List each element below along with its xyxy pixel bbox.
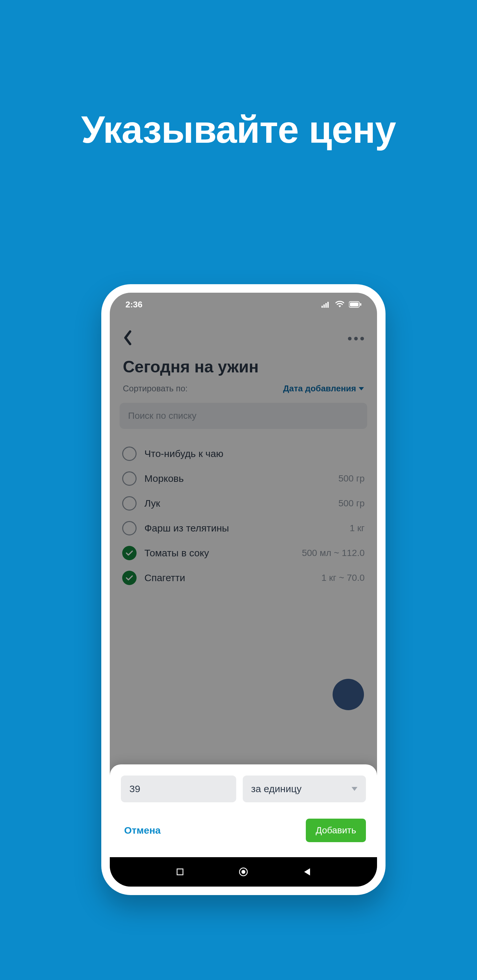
list-item[interactable]: Томаты в соку500 мл ~ 112.0	[119, 541, 367, 565]
sort-row: Сортировать по: Дата добавления	[110, 382, 377, 403]
item-quantity: 1 кг	[350, 523, 365, 533]
svg-rect-6	[350, 302, 358, 306]
item-quantity: 500 мл ~ 112.0	[302, 548, 365, 558]
sort-dropdown[interactable]: Дата добавления	[283, 383, 364, 394]
nav-recent-icon[interactable]	[176, 868, 184, 876]
sort-value-text: Дата добавления	[283, 383, 356, 394]
list-item[interactable]: Фарш из телятины1 кг	[119, 516, 367, 541]
item-name: Морковь	[145, 473, 331, 484]
unit-value: за единицу	[251, 783, 302, 794]
search-input[interactable]: Поиск по списку	[119, 403, 367, 429]
checkbox-unchecked[interactable]	[122, 521, 137, 535]
checkbox-unchecked[interactable]	[122, 496, 137, 511]
item-name: Томаты в соку	[145, 547, 294, 558]
list-item[interactable]: Лук500 гр	[119, 491, 367, 516]
svg-rect-3	[325, 303, 327, 308]
list-item[interactable]: Спагетти1 кг ~ 70.0	[119, 565, 367, 590]
status-time: 2:36	[126, 299, 142, 310]
svg-rect-2	[323, 304, 325, 308]
svg-marker-8	[351, 787, 358, 791]
svg-marker-0	[359, 387, 364, 390]
checkbox-checked[interactable]	[122, 546, 137, 560]
nav-home-icon[interactable]	[238, 867, 248, 877]
status-icons	[321, 301, 361, 308]
svg-rect-1	[321, 306, 323, 308]
wifi-icon	[335, 301, 344, 308]
list-item[interactable]: Что-нибудь к чаю	[119, 441, 367, 466]
dot-icon	[348, 337, 351, 340]
chevron-left-icon	[123, 330, 133, 345]
app-header	[110, 313, 377, 353]
dot-icon	[354, 337, 358, 340]
item-quantity: 500 гр	[339, 498, 365, 509]
add-fab[interactable]	[332, 679, 364, 710]
item-name: Лук	[145, 498, 331, 509]
list-title: Сегодня на ужин	[110, 353, 377, 382]
status-bar: 2:36	[110, 293, 377, 313]
item-quantity: 500 гр	[339, 473, 365, 484]
nav-back-icon[interactable]	[303, 868, 311, 876]
checkbox-checked[interactable]	[122, 571, 137, 585]
item-list: Что-нибудь к чаюМорковь500 грЛук500 грФа…	[110, 429, 377, 590]
signal-icon	[321, 301, 331, 308]
cancel-button[interactable]: Отмена	[121, 819, 164, 841]
unit-select[interactable]: за единицу	[243, 775, 366, 802]
svg-rect-4	[328, 302, 329, 308]
android-navbar	[110, 857, 377, 886]
battery-icon	[349, 301, 361, 308]
sort-label: Сортировать по:	[123, 383, 188, 394]
svg-rect-9	[177, 869, 183, 875]
svg-rect-7	[360, 303, 361, 306]
add-button[interactable]: Добавить	[306, 819, 366, 842]
back-button[interactable]	[123, 330, 133, 347]
dot-icon	[360, 337, 364, 340]
svg-point-11	[242, 870, 245, 874]
phone-screen: Сегодня на ужин Сортировать по: Дата доб…	[110, 293, 377, 886]
caret-down-icon	[359, 387, 364, 390]
checkbox-unchecked[interactable]	[122, 447, 137, 461]
page-title: Указывайте цену	[0, 0, 477, 151]
item-name: Фарш из телятины	[145, 523, 342, 534]
price-sheet: 39 за единицу Отмена Добавить	[110, 764, 377, 857]
check-icon	[126, 575, 133, 581]
price-input[interactable]: 39	[121, 775, 236, 802]
phone-frame: Сегодня на ужин Сортировать по: Дата доб…	[101, 284, 386, 895]
item-name: Спагетти	[145, 572, 314, 584]
item-name: Что-нибудь к чаю	[145, 448, 357, 459]
svg-marker-12	[304, 868, 310, 875]
caret-down-icon	[351, 787, 358, 791]
item-quantity: 1 кг ~ 70.0	[321, 573, 365, 583]
list-item[interactable]: Морковь500 гр	[119, 466, 367, 491]
more-button[interactable]	[348, 337, 364, 340]
checkbox-unchecked[interactable]	[122, 471, 137, 486]
check-icon	[126, 550, 133, 556]
